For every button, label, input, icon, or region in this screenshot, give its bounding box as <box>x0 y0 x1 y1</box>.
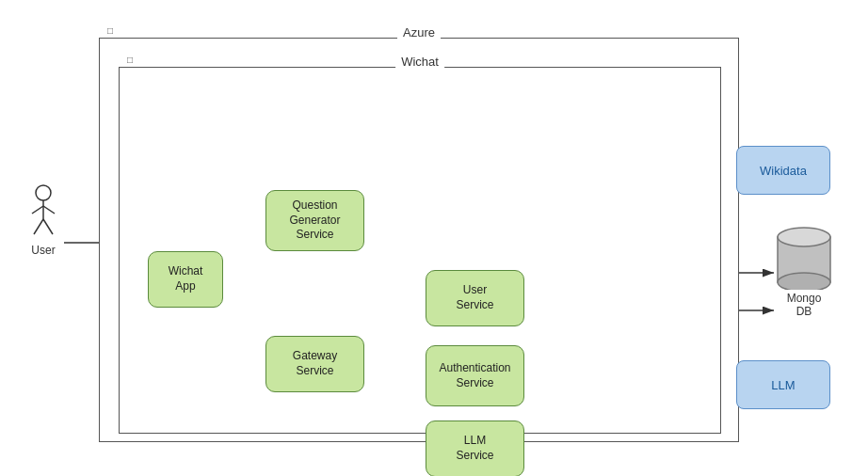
question-generator-box: Question Generator Service <box>265 190 364 251</box>
wichat-app-label: Wichat App <box>169 264 203 294</box>
user-stick-figure <box>26 183 60 240</box>
svg-point-10 <box>36 185 51 200</box>
mongodb-container: Mongo DB <box>774 224 834 318</box>
llm-label: LLM <box>771 378 795 392</box>
wikidata-label: Wikidata <box>760 164 807 178</box>
svg-point-17 <box>778 228 830 246</box>
svg-line-14 <box>34 219 43 234</box>
wichat-icon: □ <box>125 55 135 65</box>
user-label: User <box>31 244 55 257</box>
user-actor: User <box>26 183 60 257</box>
llm-service-box: LLM Service <box>426 420 524 476</box>
svg-line-12 <box>32 206 43 214</box>
mongodb-label: Mongo DB <box>787 292 822 318</box>
question-generator-label: Question Generator Service <box>289 198 340 243</box>
svg-point-18 <box>778 273 830 290</box>
svg-line-15 <box>43 219 53 234</box>
azure-label: Azure <box>397 25 441 40</box>
azure-box: □ Azure □ Wichat Wichat App Question Gen… <box>99 38 739 442</box>
wichat-label: Wichat <box>395 55 444 69</box>
user-service-label: User Service <box>456 283 493 312</box>
wikidata-box: Wikidata <box>736 146 830 195</box>
svg-line-13 <box>43 206 55 214</box>
wichat-app-box: Wichat App <box>148 251 223 308</box>
llm-box: LLM <box>736 360 830 409</box>
mongodb-cylinder-svg <box>774 224 834 290</box>
llm-service-label: LLM Service <box>456 434 493 463</box>
azure-icon: □ <box>105 25 115 36</box>
wichat-box: □ Wichat Wichat App Question Generator S… <box>119 67 721 434</box>
user-service-box: User Service <box>426 270 524 326</box>
gateway-label: Gateway Service <box>293 349 337 378</box>
authentication-label: Authentication Service <box>439 361 510 390</box>
authentication-box: Authentication Service <box>426 345 524 406</box>
gateway-box: Gateway Service <box>265 336 364 392</box>
diagram-container: User □ Azure □ Wichat Wichat App Questio… <box>0 0 868 476</box>
